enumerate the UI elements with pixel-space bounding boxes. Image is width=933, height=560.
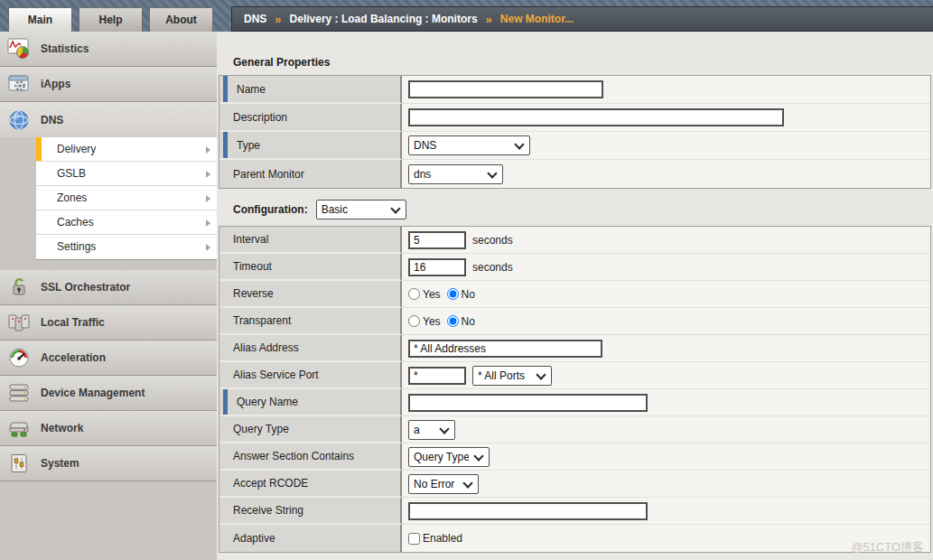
iapps-icon <box>7 73 31 95</box>
adaptive-label: Adaptive <box>219 525 402 552</box>
configuration-mode-select[interactable]: Basic <box>316 200 406 219</box>
configuration-table: Interval seconds Timeout seconds Reverse… <box>219 226 931 553</box>
transparent-no-radio[interactable] <box>447 315 459 327</box>
answer-section-contains-select[interactable]: Query Type <box>408 447 490 467</box>
sidebar-item-network[interactable]: Network <box>0 411 217 446</box>
device-management-icon <box>7 382 31 404</box>
chevron-right-icon <box>206 195 210 202</box>
field-label: Answer Section Contains <box>233 450 354 462</box>
table-row-name: Name <box>219 76 930 104</box>
field-label: Description <box>233 111 287 124</box>
transparent-yes-radio[interactable] <box>408 315 420 327</box>
table-row-query-name: Query Name <box>219 389 930 416</box>
tab-about[interactable]: About <box>149 7 213 32</box>
table-row-adaptive: Adaptive Enabled <box>219 525 930 552</box>
breadcrumb-current: New Monitor... <box>500 13 574 25</box>
radio-label: Yes <box>423 315 441 328</box>
table-row-receive-string: Receive String <box>219 498 930 525</box>
configuration-label: Configuration: <box>233 203 308 216</box>
top-header-bar: Main Help About DNS » Delivery : Load Ba… <box>0 0 933 32</box>
sidebar-item-local-traffic[interactable]: Local Traffic <box>0 305 217 341</box>
query-name-label: Query Name <box>219 389 402 416</box>
sidebar-item-device-management[interactable]: Device Management <box>0 376 217 411</box>
timeout-input[interactable] <box>408 258 466 276</box>
parent-monitor-select[interactable]: dns <box>408 164 503 184</box>
query-name-input[interactable] <box>408 394 648 412</box>
interval-unit: seconds <box>472 234 513 247</box>
dns-icon <box>7 109 31 131</box>
alias-service-port-select[interactable]: * All Ports <box>472 366 552 386</box>
sidebar: Statistics iApps DNS Delivery GSLB Zones… <box>0 32 217 560</box>
sidebar-item-iapps[interactable]: iApps <box>0 67 217 102</box>
sidebar-item-label: SSL Orchestrator <box>41 281 130 294</box>
sidebar-item-system[interactable]: System <box>0 446 217 481</box>
submenu-item-settings[interactable]: Settings <box>36 235 217 259</box>
chevron-right-icon <box>206 244 210 251</box>
field-label: Timeout <box>233 260 272 273</box>
timeout-unit: seconds <box>472 261 513 274</box>
acceleration-icon <box>7 347 31 369</box>
f5-bigip-dns-monitor-page: { "tabs": [ { "label": "Main", "active":… <box>0 0 933 560</box>
breadcrumb-separator-icon: » <box>486 13 492 26</box>
sidebar-item-label: Device Management <box>41 387 145 399</box>
configuration-header: Configuration: Basic <box>233 200 933 219</box>
sidebar-item-label: Acceleration <box>41 351 106 364</box>
field-label: Transparent <box>233 314 291 327</box>
section-title-general-properties: General Properties <box>233 56 933 69</box>
table-row-type: Type DNS <box>219 132 930 160</box>
radio-label: Yes <box>423 288 441 301</box>
field-label: Query Type <box>233 423 289 435</box>
network-icon <box>7 417 31 439</box>
chevron-right-icon <box>206 219 210 227</box>
tab-main[interactable]: Main <box>8 7 72 32</box>
accept-rcode-label: Accept RCODE <box>219 471 402 498</box>
alias-address-label: Alias Address <box>219 335 402 362</box>
type-label: Type <box>219 132 402 160</box>
tab-help[interactable]: Help <box>79 7 143 32</box>
field-label: Parent Monitor <box>233 168 304 181</box>
reverse-no-radio[interactable] <box>447 288 459 300</box>
submenu-item-gslb[interactable]: GSLB <box>36 162 217 186</box>
reverse-label: Reverse <box>219 281 402 308</box>
description-label: Description <box>219 104 402 132</box>
field-label: Alias Address <box>233 341 299 354</box>
submenu-item-zones[interactable]: Zones <box>36 186 217 210</box>
alias-address-input[interactable] <box>408 340 602 358</box>
alias-service-port-input[interactable] <box>408 367 466 385</box>
sidebar-item-label: iApps <box>41 78 70 90</box>
breadcrumb-root[interactable]: DNS <box>244 13 266 25</box>
table-row-timeout: Timeout seconds <box>219 254 930 281</box>
adaptive-enabled-checkbox[interactable] <box>408 533 420 545</box>
field-label: Interval <box>233 233 268 246</box>
name-input[interactable] <box>408 80 603 98</box>
query-type-select[interactable]: a <box>408 420 455 440</box>
submenu-item-caches[interactable]: Caches <box>36 210 217 235</box>
field-label: Query Name <box>237 396 298 408</box>
submenu-item-label: Caches <box>57 216 94 229</box>
ssl-orchestrator-icon <box>7 276 31 298</box>
reverse-yes-radio[interactable] <box>408 288 420 300</box>
table-row-query-type: Query Type a <box>219 416 930 443</box>
breadcrumb-path[interactable]: Delivery : Load Balancing : Monitors <box>290 13 478 25</box>
answer-section-contains-label: Answer Section Contains <box>219 443 402 471</box>
sidebar-item-dns[interactable]: DNS <box>0 102 217 137</box>
type-select[interactable]: DNS <box>408 135 530 155</box>
breadcrumb-separator-icon: » <box>275 13 281 26</box>
sidebar-item-ssl-orchestrator[interactable]: SSL Orchestrator <box>0 270 217 305</box>
sidebar-item-acceleration[interactable]: Acceleration <box>0 341 217 376</box>
accept-rcode-select[interactable]: No Error <box>408 474 479 494</box>
transparent-label: Transparent <box>219 308 402 335</box>
name-label: Name <box>219 76 402 104</box>
sidebar-item-statistics[interactable]: Statistics <box>0 32 217 67</box>
table-row-interval: Interval seconds <box>219 227 930 254</box>
chevron-right-icon <box>206 171 210 178</box>
field-label: Adaptive <box>233 532 275 545</box>
sidebar-item-label: Statistics <box>41 42 89 55</box>
submenu-item-label: GSLB <box>57 167 86 180</box>
description-input[interactable] <box>408 108 784 126</box>
interval-input[interactable] <box>408 231 466 249</box>
local-traffic-icon <box>7 312 31 333</box>
submenu-item-delivery[interactable]: Delivery <box>36 137 217 162</box>
parent-monitor-label: Parent Monitor <box>219 160 402 188</box>
receive-string-input[interactable] <box>408 502 648 520</box>
